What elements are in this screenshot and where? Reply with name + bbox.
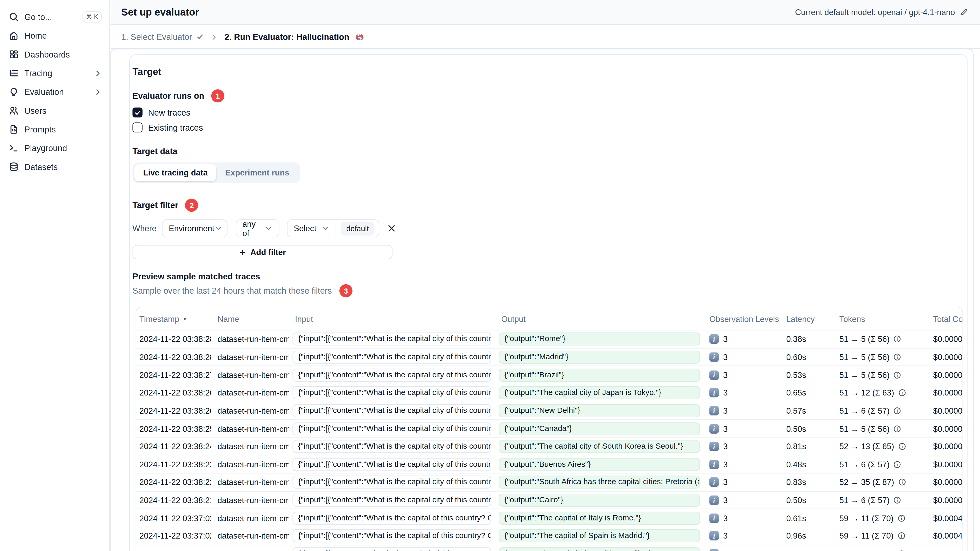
table-row[interactable]: 2024-11-22 03:38:28 dataset-run-item-cm3… (136, 348, 963, 366)
filter-operator-select[interactable]: any of (235, 219, 280, 237)
cell-input[interactable]: {"input":[{"content":"What is the capita… (293, 422, 491, 435)
info-circle-icon[interactable] (897, 514, 905, 522)
cell-total-cost: $0.000011 ( (927, 495, 963, 505)
cell-output[interactable]: {"output":"South Africa has three capita… (499, 476, 700, 489)
cell-output[interactable]: {"output":"Madrid"} (499, 350, 700, 364)
cell-output[interactable]: {"output":"Buenos Aires"} (499, 458, 700, 471)
new-traces-checkbox[interactable] (132, 108, 143, 118)
info-circle-icon[interactable] (893, 424, 902, 433)
table-row[interactable]: 2024-11-22 03:38:25 dataset-run-item-cm3… (136, 420, 963, 438)
sidebar-item-datasets[interactable]: Datasets (0, 157, 110, 176)
sidebar-item-dashboards[interactable]: Dashboards (0, 45, 110, 64)
sidebar-item-tracing[interactable]: Tracing (0, 64, 110, 83)
info-circle-icon[interactable] (893, 407, 902, 414)
cell-input[interactable]: {"input":[{"content":"What is the capita… (293, 386, 491, 399)
sort-desc-icon: ▼ (182, 316, 187, 322)
new-traces-option: New traces (132, 108, 958, 118)
evaluation-icon (9, 87, 19, 97)
topbar: Set up evaluator Current default model: … (111, 0, 980, 25)
cell-input[interactable]: {"input":[{"content":"What is the capita… (293, 350, 491, 364)
cell-output[interactable]: {"output":"The capital city of Japan is … (499, 386, 700, 399)
info-circle-icon[interactable] (897, 550, 905, 551)
cell-name: dataset-run-item-cm3s4 (211, 513, 289, 523)
table-row[interactable]: 2024-11-22 03:38:28 dataset-run-item-cm3… (136, 330, 963, 348)
cell-total-cost: $0.000016 (927, 442, 963, 451)
info-circle-icon[interactable] (893, 353, 902, 361)
table-row[interactable]: 2024-11-22 03:38:26 dataset-run-item-cm3… (136, 384, 963, 402)
sidebar-item-evaluation[interactable]: Evaluation (0, 83, 110, 101)
cell-latency: 0.38s (780, 334, 833, 344)
table-row[interactable]: 2024-11-22 03:38:22 dataset-run-item-cm3… (136, 474, 963, 492)
cell-name: dataset-run-item-cm3s4 (211, 531, 289, 541)
sidebar-item-users[interactable]: Users (0, 101, 110, 120)
table-row[interactable]: 2024-11-22 03:38:24 dataset-run-item-cm3… (136, 438, 963, 456)
cell-tokens: 51 → 5 (Σ 56) (833, 424, 927, 433)
cell-output[interactable]: {"output":"Canada"} (499, 422, 700, 435)
info-circle-icon[interactable] (898, 442, 906, 451)
remove-filter-button[interactable] (387, 224, 396, 233)
cell-input[interactable]: {"input":[{"content":"What is the capita… (293, 511, 491, 525)
table-row[interactable]: 2024-11-22 03:38:27 dataset-run-item-cm3… (136, 366, 963, 384)
info-circle-icon[interactable] (898, 389, 906, 397)
filter-column-select[interactable]: Environment (162, 219, 228, 237)
add-filter-button[interactable]: Add filter (132, 245, 393, 259)
info-circle-icon[interactable] (893, 335, 902, 343)
cell-name: dataset-run-item-cm3s4 (211, 334, 289, 344)
cell-input[interactable]: {"input":[{"content":"What is the capita… (293, 368, 491, 381)
dashboards-icon (9, 49, 19, 59)
column-header-timestamp[interactable]: Timestamp ▼ (136, 314, 211, 323)
filter-value-select[interactable]: Select default (287, 219, 380, 237)
preview-title: Preview sample matched traces (132, 272, 958, 281)
tab-live-tracing-data[interactable]: Live tracing data (134, 164, 216, 181)
column-header-name: Name (211, 314, 289, 323)
cell-output[interactable]: {"output":"Rome"} (499, 332, 700, 346)
cell-input[interactable]: {"input":[{"content":"What is the capita… (293, 529, 491, 543)
cell-output[interactable]: {"output":"The capital of Brazil is Bras… (499, 547, 700, 551)
cell-output[interactable]: {"output":"The capital of Italy is Rome.… (499, 511, 700, 525)
target-heading: Target (132, 66, 958, 78)
chevron-down-icon (321, 224, 329, 232)
cell-tokens: 51 → 6 (Σ 57) (833, 460, 927, 469)
cell-input[interactable]: {"input":[{"content":"What is the capita… (293, 458, 491, 471)
existing-traces-checkbox[interactable] (132, 122, 143, 132)
info-emoji-icon: i (710, 353, 719, 362)
cell-output[interactable]: {"output":"Cairo"} (499, 494, 700, 507)
table-row[interactable]: 2024-11-22 03:38:23 dataset-run-item-cm3… (136, 456, 963, 474)
info-circle-icon[interactable] (898, 478, 906, 486)
sidebar-item-playground[interactable]: Playground (0, 139, 110, 157)
cell-latency: 0.65s (780, 388, 833, 398)
info-circle-icon[interactable] (893, 496, 902, 504)
cell-input[interactable]: {"input":[{"content":"What is the capita… (293, 494, 491, 507)
table-row[interactable]: 2024-11-22 03:37:02 dataset-run-item-cm3… (136, 527, 963, 545)
cell-total-cost: $0.000011 ( (927, 406, 963, 416)
cell-input[interactable]: {"input":[{"content":"What is the capita… (293, 332, 491, 346)
cell-input[interactable]: {"input":[{"content":"What is the capita… (293, 476, 491, 489)
cell-input[interactable]: {"input":[{"content":"What is the capita… (293, 440, 491, 453)
cell-output[interactable]: {"output":"The capital of Spain is Madri… (499, 529, 700, 543)
edit-icon[interactable] (960, 8, 968, 16)
cell-output[interactable]: {"output":"The capital city of South Kor… (499, 440, 700, 453)
prompts-icon (9, 124, 19, 135)
cell-latency: 0.57s (780, 406, 833, 416)
cell-output[interactable]: {"output":"Brazil"} (499, 368, 700, 381)
cell-total-cost: $0.000011 ( (927, 353, 963, 362)
goto-search[interactable]: Go to... ⌘ K (0, 8, 110, 26)
target-data-label: Target data (132, 147, 177, 156)
table-row[interactable]: 2024-11-22 03:37:03 dataset-run-item-cm3… (136, 510, 963, 527)
cell-input[interactable]: {"input":[{"content":"What is the capita… (293, 547, 491, 551)
table-row[interactable]: 2024-11-22 03:38:26 dataset-run-item-cm3… (136, 402, 963, 420)
info-circle-icon[interactable] (893, 460, 902, 468)
sidebar-item-home[interactable]: Home (0, 26, 110, 45)
info-emoji-icon: i (710, 531, 719, 541)
table-row[interactable]: 2024-11-22 03:38:21 dataset-run-item-cm3… (136, 492, 963, 510)
step-select-evaluator[interactable]: 1. Select Evaluator (121, 32, 204, 41)
cell-input[interactable]: {"input":[{"content":"What is the capita… (293, 404, 491, 417)
tab-experiment-runs[interactable]: Experiment runs (216, 164, 298, 181)
table-row[interactable]: 2024-11-22 03:37:01 dataset-run-item-cm3… (136, 545, 963, 551)
default-model-label: Current default model: openai / gpt-4.1-… (795, 8, 955, 17)
sidebar-item-prompts[interactable]: Prompts (0, 120, 110, 139)
cell-output[interactable]: {"output":"New Delhi"} (499, 404, 700, 417)
info-circle-icon[interactable] (893, 371, 902, 379)
info-circle-icon[interactable] (897, 532, 905, 540)
annotation-badge-1: 1 (211, 89, 224, 103)
